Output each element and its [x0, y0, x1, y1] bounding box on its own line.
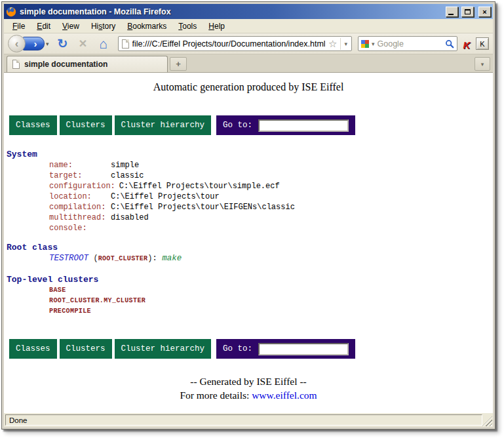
- history-dropdown-icon[interactable]: ▾: [45, 41, 51, 47]
- list-all-tabs-button[interactable]: ▾: [475, 57, 490, 71]
- tab-label: simple documentation: [24, 60, 107, 69]
- doc-nav-top: Classes Clusters Cluster hierarchy Go to…: [9, 115, 493, 135]
- desktop: simple documentation - Mozilla Firefox ×…: [0, 0, 504, 440]
- kaspersky-icon[interactable]: K: [461, 38, 473, 50]
- tab-favicon-page-icon: [12, 60, 20, 69]
- new-tab-button[interactable]: +: [170, 57, 187, 71]
- menu-view[interactable]: View: [56, 20, 85, 33]
- bookmark-star-icon[interactable]: ☆: [328, 38, 337, 50]
- goto-input[interactable]: [258, 119, 349, 132]
- stop-icon: ✕: [79, 39, 87, 49]
- system-row-target: target:classic: [49, 170, 493, 181]
- new-tab-icon: +: [176, 59, 181, 69]
- firefox-logo-icon: [6, 7, 16, 17]
- maximize-icon: [465, 9, 471, 14]
- tab-strip: simple documentation + ▾: [4, 54, 493, 73]
- system-row-name: name:simple: [49, 160, 493, 170]
- system-heading: System: [7, 150, 493, 160]
- home-icon: ⌂: [99, 37, 107, 50]
- page-icon: [122, 39, 129, 49]
- window-title: simple documentation - Mozilla Firefox: [20, 7, 442, 16]
- page-content: Automatic generation produced by ISE Eif…: [4, 73, 493, 413]
- firefox-window: simple documentation - Mozilla Firefox ×…: [1, 1, 495, 430]
- menu-tools[interactable]: Tools: [172, 20, 203, 33]
- status-panel: Done: [5, 414, 482, 426]
- google-engine-icon[interactable]: [361, 40, 369, 48]
- page-title: Automatic generation produced by ISE Eif…: [4, 81, 493, 93]
- back-button[interactable]: ‹: [8, 35, 26, 52]
- search-bar[interactable]: ▾: [358, 36, 457, 51]
- forward-icon: ›: [34, 39, 37, 49]
- home-button[interactable]: ⌂: [95, 35, 112, 52]
- search-input[interactable]: [378, 39, 442, 49]
- search-magnifier-icon[interactable]: [445, 39, 454, 49]
- system-row-compilation: compilation:C:\Eiffel Projects\tour\EIFG…: [49, 202, 493, 212]
- tab-list-dropdown-icon: ▾: [481, 61, 484, 68]
- cluster-hierarchy-button[interactable]: Cluster hierarchy: [115, 115, 212, 135]
- goto-label: Go to:: [223, 121, 252, 130]
- tab-simple-documentation[interactable]: simple documentation: [7, 56, 168, 72]
- close-button[interactable]: ×: [478, 7, 491, 17]
- kaspersky-keyboard-icon: K: [480, 40, 484, 48]
- generated-by-text: -- Generated by ISE Eiffel --: [4, 376, 493, 388]
- resize-grip-icon[interactable]: [482, 416, 492, 426]
- menu-bookmarks[interactable]: Bookmarks: [121, 20, 172, 33]
- back-icon: ‹: [15, 38, 19, 49]
- refresh-icon: ↻: [58, 37, 68, 50]
- goto-input-bottom[interactable]: [258, 343, 349, 355]
- goto-block-bottom: Go to:: [216, 339, 355, 359]
- maximize-button[interactable]: [461, 7, 474, 17]
- minimize-button[interactable]: [446, 7, 458, 17]
- address-bar[interactable]: ☆ ▾: [118, 36, 352, 51]
- minimize-icon: [448, 14, 454, 15]
- cluster-link-precompile[interactable]: PRECOMPILE: [49, 306, 493, 317]
- root-class-heading: Root class: [7, 243, 493, 253]
- url-dropdown-icon[interactable]: ▾: [340, 38, 349, 50]
- menu-edit[interactable]: Edit: [31, 20, 56, 33]
- kaspersky-keyboard-button[interactable]: K: [476, 37, 489, 50]
- system-row-location: location:C:\Eiffel Projects\tour: [49, 191, 493, 202]
- system-row-console: console:: [49, 223, 493, 233]
- more-details-line: For more details: www.eiffel.com: [4, 390, 493, 401]
- cluster-hierarchy-button-bottom[interactable]: Cluster hierarchy: [115, 339, 212, 359]
- root-class-line: TESTROOT (ROOT_CLUSTER): make: [49, 253, 493, 264]
- top-level-clusters-heading: Top-level clusters: [7, 275, 493, 285]
- navigation-toolbar: ‹ › ▾ ↻ ✕ ⌂ ☆ ▾ ▾ K: [4, 33, 493, 54]
- testroot-class-link[interactable]: TESTROOT: [49, 254, 88, 263]
- root-cluster-link[interactable]: ROOT_CLUSTER: [98, 255, 148, 262]
- refresh-button[interactable]: ↻: [54, 35, 71, 52]
- close-icon: ×: [482, 8, 486, 16]
- status-text: Done: [9, 416, 28, 424]
- menu-file[interactable]: File: [7, 20, 31, 33]
- menu-help[interactable]: Help: [203, 20, 231, 33]
- goto-label-bottom: Go to:: [223, 344, 252, 353]
- system-properties: name:simple target:classic configuration…: [49, 160, 493, 233]
- title-bar[interactable]: simple documentation - Mozilla Firefox ×: [4, 4, 493, 19]
- goto-block: Go to:: [216, 115, 355, 135]
- system-row-configuration: configuration:C:\Eiffel Projects\tour\si…: [49, 181, 493, 191]
- cluster-link-root-cluster-my-cluster[interactable]: ROOT_CLUSTER.MY_CLUSTER: [49, 296, 493, 306]
- back-forward-group: ‹ › ▾: [8, 35, 51, 52]
- cluster-list: BASE ROOT_CLUSTER.MY_CLUSTER PRECOMPILE: [49, 285, 493, 317]
- eiffel-com-link[interactable]: www.eiffel.com: [252, 390, 317, 401]
- stop-button[interactable]: ✕: [75, 35, 92, 52]
- doc-nav-bottom: Classes Clusters Cluster hierarchy Go to…: [9, 339, 493, 359]
- doc-footer: -- Generated by ISE Eiffel -- For more d…: [4, 376, 493, 401]
- make-feature-link[interactable]: make: [162, 254, 182, 263]
- system-row-multithread: multithread:disabled: [49, 212, 493, 223]
- search-engine-dropdown-icon[interactable]: ▾: [372, 41, 375, 47]
- menu-history[interactable]: History: [85, 20, 121, 33]
- classes-button[interactable]: Classes: [9, 115, 57, 135]
- forward-button[interactable]: ›: [22, 37, 45, 50]
- cluster-link-base[interactable]: BASE: [49, 285, 493, 296]
- classes-button-bottom[interactable]: Classes: [9, 339, 57, 359]
- clusters-button[interactable]: Clusters: [60, 115, 112, 135]
- url-input[interactable]: [132, 39, 325, 49]
- menu-bar: File Edit View History Bookmarks Tools H…: [4, 19, 493, 33]
- status-bar: Done: [4, 413, 493, 427]
- clusters-button-bottom[interactable]: Clusters: [60, 339, 112, 359]
